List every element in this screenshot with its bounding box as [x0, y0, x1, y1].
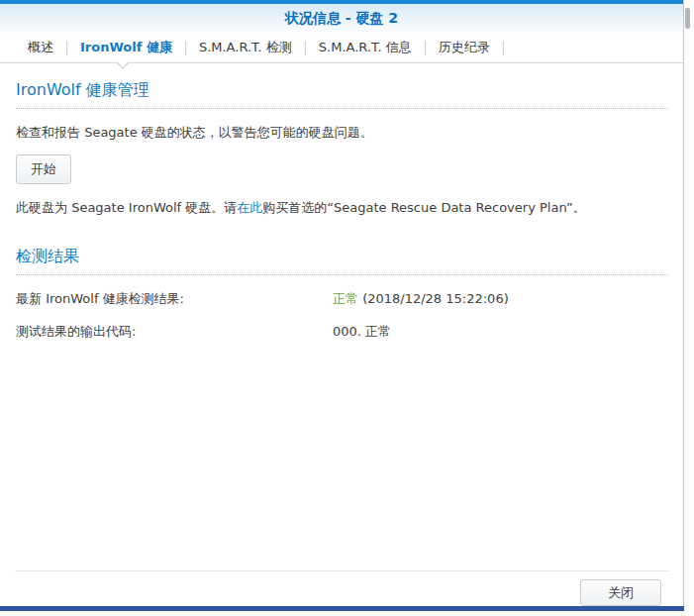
result-value: 正常 (2018/12/28 15:22:06) — [333, 290, 509, 308]
result-row-output-code: 测试结果的输出代码: 000. 正常 — [16, 323, 667, 341]
result-label: 最新 IronWolf 健康检测结果: — [16, 290, 333, 308]
status-badge: 正常 — [333, 291, 358, 306]
results-section-title: 检测结果 — [16, 247, 667, 275]
result-row-latest: 最新 IronWolf 健康检测结果: 正常 (2018/12/28 15:22… — [16, 290, 667, 308]
results-list: 最新 IronWolf 健康检测结果: 正常 (2018/12/28 15:22… — [16, 290, 667, 341]
tab-content: IronWolf 健康管理 检查和报告 Seagate 硬盘的状态，以警告您可能… — [0, 63, 683, 341]
footer-divider — [15, 570, 669, 571]
health-description: 检查和报告 Seagate 硬盘的状态，以警告您可能的硬盘问题。 — [16, 124, 667, 142]
background-scrollbar-thumb[interactable] — [685, 8, 690, 29]
tab-overview[interactable]: 概述 — [15, 33, 66, 62]
close-button[interactable]: 关闭 — [580, 579, 661, 606]
window-bottom-border — [0, 606, 684, 611]
status-info-dialog: 状况信息 - 硬盘 2 概述 IronWolf 健康 S.M.A.R.T. 检测… — [0, 0, 684, 611]
rescue-plan-link[interactable]: 在此 — [237, 200, 262, 215]
tab-history[interactable]: 历史纪录 — [426, 33, 503, 62]
result-label: 测试结果的输出代码: — [16, 323, 333, 341]
tab-smart-test[interactable]: S.M.A.R.T. 检测 — [186, 33, 305, 62]
rescue-plan-promo: 此硬盘为 Seagate IronWolf 硬盘。请在此购买首选的“Seagat… — [16, 199, 667, 217]
footer: 关闭 — [0, 578, 684, 606]
result-value: 000. 正常 — [333, 323, 391, 341]
promo-text-prefix: 此硬盘为 Seagate IronWolf 硬盘。请 — [16, 200, 237, 215]
tab-bar: 概述 IronWolf 健康 S.M.A.R.T. 检测 S.M.A.R.T. … — [0, 33, 683, 63]
titlebar[interactable]: 状况信息 - 硬盘 2 — [0, 4, 683, 33]
window-title: 状况信息 - 硬盘 2 — [285, 10, 398, 26]
tab-ironwolf-health[interactable]: IronWolf 健康 — [67, 33, 185, 62]
tab-divider — [503, 41, 504, 55]
promo-text-suffix: 购买首选的“Seagate Rescue Data Recovery Plan”… — [262, 200, 585, 215]
tab-smart-info[interactable]: S.M.A.R.T. 信息 — [306, 33, 425, 62]
result-timestamp: (2018/12/28 15:22:06) — [358, 291, 509, 306]
start-button[interactable]: 开始 — [16, 154, 71, 184]
health-section-title: IronWolf 健康管理 — [16, 80, 667, 109]
